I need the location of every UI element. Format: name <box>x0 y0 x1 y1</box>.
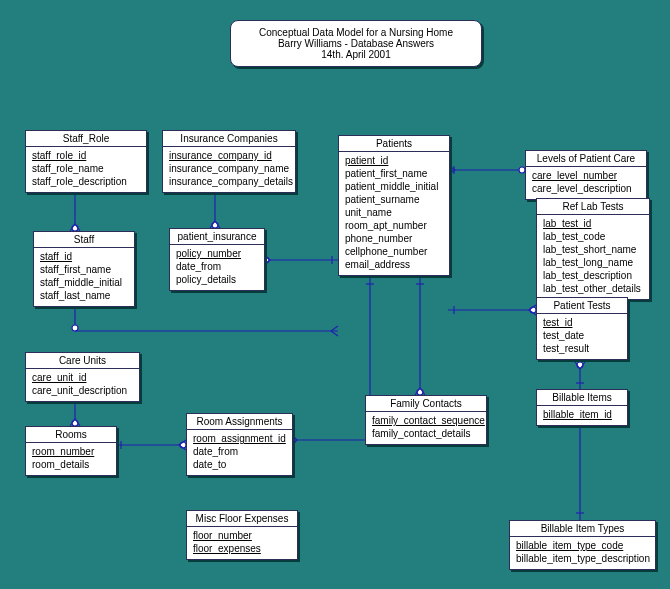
field: unit_name <box>345 206 443 219</box>
entity-header: Misc Floor Expenses <box>187 511 297 527</box>
entity-patient-insurance: patient_insurance policy_number date_fro… <box>169 228 265 291</box>
entity-ref-lab-tests: Ref Lab Tests lab_test_id lab_test_code … <box>536 198 650 300</box>
field: staff_role_id <box>32 149 140 162</box>
entity-header: Family Contacts <box>366 396 486 412</box>
field: billable_item_type_code <box>516 539 649 552</box>
field: room_apt_number <box>345 219 443 232</box>
title-line-2: Barry Williams - Database Answers <box>241 38 471 49</box>
entity-header: Patients <box>339 136 449 152</box>
field: lab_test_other_details <box>543 282 643 295</box>
entity-insurance-companies: Insurance Companies insurance_company_id… <box>162 130 296 193</box>
entity-header: patient_insurance <box>170 229 264 245</box>
entity-header: Care Units <box>26 353 139 369</box>
field: care_unit_description <box>32 384 133 397</box>
field: date_from <box>176 260 258 273</box>
entity-room-assignments: Room Assignments room_assignment_id date… <box>186 413 293 476</box>
field: care_unit_id <box>32 371 133 384</box>
entity-misc-floor-expenses: Misc Floor Expenses floor_number floor_e… <box>186 510 298 560</box>
diagram-title: Conceptual Data Model for a Nursing Home… <box>230 20 482 67</box>
field: staff_id <box>40 250 128 263</box>
field: test_result <box>543 342 621 355</box>
field: lab_test_code <box>543 230 643 243</box>
entity-care-units: Care Units care_unit_id care_unit_descri… <box>25 352 140 402</box>
entity-header: Billable Items <box>537 390 627 406</box>
entity-family-contacts: Family Contacts family_contact_sequence … <box>365 395 487 445</box>
entity-patient-tests: Patient Tests test_id test_date test_res… <box>536 297 628 360</box>
entity-staff-role: Staff_Role staff_role_id staff_role_name… <box>25 130 147 193</box>
entity-billable-items: Billable Items billable_item_id <box>536 389 628 426</box>
title-line-1: Conceptual Data Model for a Nursing Home <box>241 27 471 38</box>
field: room_number <box>32 445 110 458</box>
field: phone_number <box>345 232 443 245</box>
field: policy_details <box>176 273 258 286</box>
entity-patients: Patients patient_id patient_first_name p… <box>338 135 450 276</box>
entity-staff: Staff staff_id staff_first_name staff_mi… <box>33 231 135 307</box>
entity-header: Staff_Role <box>26 131 146 147</box>
entity-header: Room Assignments <box>187 414 292 430</box>
field: cellphone_number <box>345 245 443 258</box>
field: test_date <box>543 329 621 342</box>
entity-levels-of-patient-care: Levels of Patient Care care_level_number… <box>525 150 647 200</box>
field: patient_id <box>345 154 443 167</box>
entity-billable-item-types: Billable Item Types billable_item_type_c… <box>509 520 656 570</box>
field: staff_middle_initial <box>40 276 128 289</box>
field: staff_last_name <box>40 289 128 302</box>
field: floor_expenses <box>193 542 291 555</box>
field: room_assignment_id <box>193 432 286 445</box>
entity-header: Patient Tests <box>537 298 627 314</box>
svg-point-26 <box>72 325 78 331</box>
field: lab_test_short_name <box>543 243 643 256</box>
field: policy_number <box>176 247 258 260</box>
field: insurance_company_name <box>169 162 289 175</box>
entity-header: Rooms <box>26 427 116 443</box>
entity-header: Levels of Patient Care <box>526 151 646 167</box>
field: test_id <box>543 316 621 329</box>
title-line-3: 14th. April 2001 <box>241 49 471 60</box>
field: billable_item_id <box>543 408 621 421</box>
field: floor_number <box>193 529 291 542</box>
field: date_from <box>193 445 286 458</box>
field: staff_role_name <box>32 162 140 175</box>
field: patient_surname <box>345 193 443 206</box>
field: billable_item_type_description <box>516 552 649 565</box>
field: family_contact_sequence <box>372 414 480 427</box>
field: patient_middle_initial <box>345 180 443 193</box>
field: insurance_company_details <box>169 175 289 188</box>
field: lab_test_long_name <box>543 256 643 269</box>
field: care_level_description <box>532 182 640 195</box>
entity-header: Staff <box>34 232 134 248</box>
field: family_contact_details <box>372 427 480 440</box>
entity-header: Ref Lab Tests <box>537 199 649 215</box>
svg-point-19 <box>577 362 583 368</box>
field: email_address <box>345 258 443 271</box>
entity-rooms: Rooms room_number room_details <box>25 426 117 476</box>
entity-header: Billable Item Types <box>510 521 655 537</box>
field: patient_first_name <box>345 167 443 180</box>
field: staff_role_description <box>32 175 140 188</box>
field: staff_first_name <box>40 263 128 276</box>
field: insurance_company_id <box>169 149 289 162</box>
entity-header: Insurance Companies <box>163 131 295 147</box>
field: care_level_number <box>532 169 640 182</box>
field: lab_test_description <box>543 269 643 282</box>
field: date_to <box>193 458 286 471</box>
field: room_details <box>32 458 110 471</box>
field: lab_test_id <box>543 217 643 230</box>
